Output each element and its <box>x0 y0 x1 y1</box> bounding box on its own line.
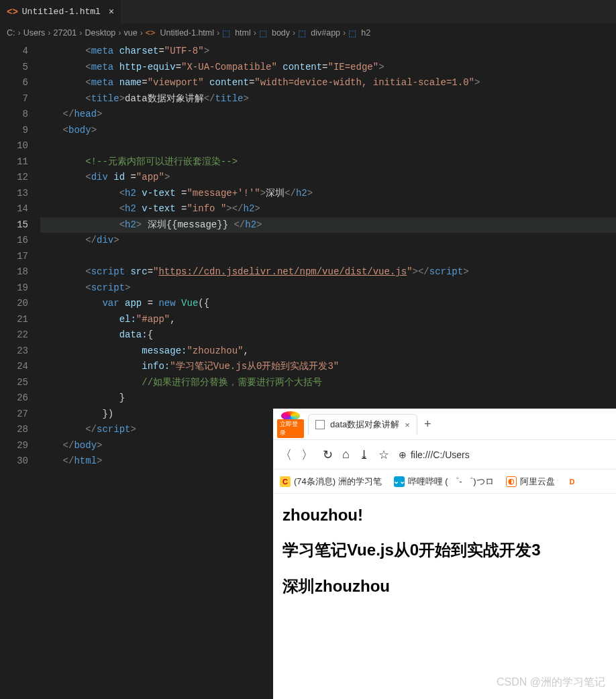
chevron-right-icon: › <box>18 28 21 38</box>
browser-logo[interactable]: 立即登录 <box>277 411 304 438</box>
breadcrumb-item[interactable]: html <box>235 28 251 38</box>
breadcrumb-item[interactable]: body <box>272 28 290 38</box>
browser-toolbar: 〈 〉 ↻ ⌂ ⤓ ☆ ⊕ file:///C:/Users <box>273 440 616 470</box>
breadcrumb: C:› Users› 27201› Desktop› vue› <>Untitl… <box>0 23 616 42</box>
chevron-right-icon: › <box>79 28 82 38</box>
home-button[interactable]: ⌂ <box>342 447 350 462</box>
code-content[interactable]: <meta charset="UTF-8"> <meta http-equiv=… <box>40 42 616 470</box>
bookmark-button[interactable]: ☆ <box>378 447 389 462</box>
code-editor[interactable]: 4567891011121314151617181920212223242526… <box>0 42 616 470</box>
bookmarks-bar: C (74条消息) 洲的学习笔 ⌄⌄ 哔哩哔哩 ( ゜- ゜)つロ ◐ 阿里云盘… <box>273 470 616 494</box>
chevron-right-icon: › <box>217 28 219 38</box>
editor-tab[interactable]: <> Untitled-1.html × <box>0 0 121 23</box>
chevron-right-icon: › <box>48 28 50 38</box>
output-heading: 学习笔记Vue.js从0开始到实战开发3 <box>283 539 607 561</box>
breadcrumb-item[interactable]: Users <box>23 28 46 38</box>
symbol-icon: ⬚ <box>298 28 306 38</box>
html-file-icon: <> <box>7 7 18 17</box>
bookmark-item[interactable]: C (74条消息) 洲的学习笔 <box>280 476 382 488</box>
breadcrumb-item[interactable]: Untitled-1.html <box>160 28 214 38</box>
csdn-icon: C <box>280 476 291 487</box>
symbol-icon: ⬚ <box>222 28 230 38</box>
symbol-icon: ⬚ <box>259 28 267 38</box>
breadcrumb-item[interactable]: h2 <box>361 28 370 38</box>
chevron-right-icon: › <box>254 28 256 38</box>
more-icon[interactable]: D <box>567 476 578 487</box>
close-icon[interactable]: × <box>109 7 114 17</box>
breadcrumb-item[interactable]: C: <box>7 28 15 38</box>
tab-filename: Untitled-1.html <box>22 7 101 17</box>
close-icon[interactable]: × <box>405 420 410 430</box>
forward-button[interactable]: 〉 <box>301 447 313 463</box>
bilibili-icon: ⌄⌄ <box>394 476 405 487</box>
breadcrumb-item[interactable]: 27201 <box>54 28 77 38</box>
page-content: zhouzhou! 学习笔记Vue.js从0开始到实战开发3 深圳zhouzho… <box>273 494 616 624</box>
aliyun-icon: ◐ <box>506 476 517 487</box>
breadcrumb-item[interactable]: div#app <box>311 28 340 38</box>
browser-window: 立即登录 data数据对象讲解 × + 〈 〉 ↻ ⌂ ⤓ ☆ ⊕ file:/… <box>273 409 616 699</box>
address-bar[interactable]: ⊕ file:///C:/Users <box>399 449 470 460</box>
watermark: CSDN @洲的学习笔记 <box>497 676 605 690</box>
page-icon <box>315 420 325 429</box>
browser-tab-bar: 立即登录 data数据对象讲解 × + <box>273 409 616 440</box>
new-tab-button[interactable]: + <box>424 417 431 431</box>
back-button[interactable]: 〈 <box>280 447 292 463</box>
login-button[interactable]: 立即登录 <box>277 419 304 438</box>
browser-tab-title: data数据对象讲解 <box>330 419 399 431</box>
line-number-gutter: 4567891011121314151617181920212223242526… <box>0 42 40 470</box>
breadcrumb-item[interactable]: Desktop <box>85 28 115 38</box>
reload-button[interactable]: ↻ <box>323 447 333 462</box>
html-file-icon: <> <box>146 28 156 38</box>
bookmark-item[interactable]: ◐ 阿里云盘 <box>506 476 555 488</box>
chevron-right-icon: › <box>343 28 346 38</box>
breadcrumb-item[interactable]: vue <box>123 28 137 38</box>
symbol-icon: ⬚ <box>348 28 356 38</box>
bookmark-item[interactable]: ⌄⌄ 哔哩哔哩 ( ゜- ゜)つロ <box>394 476 494 488</box>
chevron-right-icon: › <box>293 28 295 38</box>
output-heading: 深圳zhouzhou <box>283 576 607 597</box>
editor-tab-bar: <> Untitled-1.html × <box>0 0 616 23</box>
chevron-right-icon: › <box>140 28 143 38</box>
downloads-button[interactable]: ⤓ <box>359 447 369 462</box>
url-text: file:///C:/Users <box>411 449 470 460</box>
browser-tab[interactable]: data数据对象讲解 × <box>308 414 417 435</box>
output-heading: zhouzhou! <box>283 506 607 525</box>
chevron-right-icon: › <box>118 28 121 38</box>
shield-icon: ⊕ <box>399 449 407 460</box>
